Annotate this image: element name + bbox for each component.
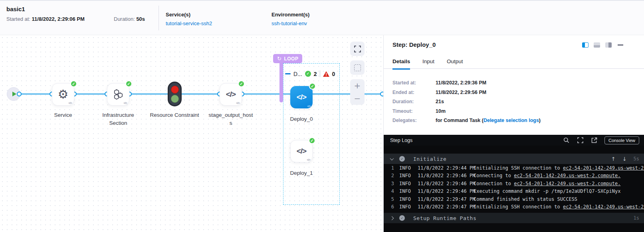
layout-right-view-button[interactable] bbox=[605, 42, 612, 48]
log-line: 1 INFO 11/8/2022 2:29:44 PM Initializing… bbox=[384, 164, 644, 172]
node-label-infrastructure: Infrastructure Section bbox=[93, 111, 143, 128]
detail-row-ended: Ended at: 11/8/2022, 2:29:56 PM bbox=[392, 90, 632, 99]
detail-row-duration: Duration: 21s bbox=[392, 99, 632, 108]
log-message: Initializing SSH connection to ec2-54-20… bbox=[474, 204, 644, 210]
header-divider bbox=[159, 6, 159, 30]
log-text: Executing command mkdir -p /tmp/Ie2aUDfl… bbox=[474, 188, 620, 194]
fit-to-screen-button[interactable] bbox=[350, 42, 365, 56]
traffic-light-red-icon bbox=[171, 86, 179, 94]
scroll-to-top-icon[interactable]: ↑ bbox=[611, 156, 616, 162]
code-icon: </> bbox=[297, 93, 306, 102]
marquee-select-icon bbox=[354, 64, 361, 71]
console-view-button[interactable]: Console View bbox=[604, 136, 639, 144]
open-in-new-tab-icon[interactable] bbox=[591, 137, 597, 143]
log-gap bbox=[384, 146, 644, 154]
layout-bottom-view-button[interactable] bbox=[594, 42, 600, 48]
started-at: Started at: 11/8/2022, 2:29:06 PM bbox=[6, 16, 85, 22]
log-host-link[interactable]: ec2-54-201-142-249.us-west-2.compute. bbox=[563, 204, 644, 210]
loop-badge[interactable]: ↻ LOOP bbox=[273, 54, 302, 63]
log-host-link[interactable]: ec2-54-201-142-249.us-west-2.compute. bbox=[563, 165, 644, 171]
marquee-select-button[interactable] bbox=[350, 60, 365, 75]
log-timestamp: 11/8/2022 2:29:47 PM bbox=[418, 196, 474, 202]
minimize-panel-button[interactable] bbox=[618, 44, 623, 46]
pipeline-name: basic1 bbox=[6, 6, 25, 12]
infrastructure-icon bbox=[112, 88, 125, 100]
gear-icon: ⚙ bbox=[58, 88, 69, 100]
log-timestamp: 11/8/2022 2:29:46 PM bbox=[418, 188, 474, 194]
loop-group-name: D... bbox=[293, 71, 302, 77]
detail-value: 21s bbox=[436, 99, 444, 108]
fullscreen-icon[interactable] bbox=[577, 137, 583, 143]
log-message: Initializing SSH connection to ec2-54-20… bbox=[474, 165, 644, 171]
zoom-out-button[interactable]: − bbox=[354, 94, 361, 102]
node-stage-output-hosts[interactable]: </> </> ✓ bbox=[220, 83, 242, 106]
log-line-number: 2 bbox=[386, 173, 394, 178]
success-badge-icon: ✓ bbox=[309, 137, 315, 144]
log-section-setup-runtime-paths[interactable]: ✓ Setup Runtime Paths 1s bbox=[384, 213, 644, 223]
environment-link[interactable]: ssh-tutorial-env bbox=[271, 20, 309, 26]
collapse-group-button[interactable] bbox=[285, 73, 291, 74]
log-line: 4 INFO 11/8/2022 2:29:46 PM Executing co… bbox=[384, 188, 644, 196]
delegate-selection-logs-link[interactable]: Delegate selection logs bbox=[483, 118, 539, 123]
log-line-number: 4 bbox=[386, 188, 394, 194]
scroll-to-bottom-icon[interactable]: ↓ bbox=[622, 156, 627, 162]
duration-value: 50s bbox=[136, 16, 145, 22]
node-label-deploy-0: Deploy_0 bbox=[277, 115, 326, 123]
log-host-link[interactable]: ec2-54-201-142-249.us-west-2.compute. bbox=[514, 173, 620, 178]
success-count: 2 bbox=[314, 71, 317, 77]
environments-label: Environment(s) bbox=[271, 12, 309, 18]
log-line-number: 3 bbox=[386, 181, 394, 186]
services-label: Service(s) bbox=[166, 12, 212, 18]
layout-split-view-button[interactable] bbox=[582, 42, 589, 48]
node-deploy-0[interactable]: </> </> ✓ bbox=[290, 86, 313, 108]
log-message: Connecting to ec2-54-201-142-249.us-west… bbox=[474, 173, 644, 178]
log-host-link[interactable]: ec2-54-201-142-249.us-west-2.compute. bbox=[514, 181, 620, 186]
started-at-value: 11/8/2022, 2:29:06 PM bbox=[32, 16, 85, 22]
section-success-icon: ✓ bbox=[399, 215, 405, 221]
step-panel-title: Step: Deploy_0 bbox=[392, 41, 436, 48]
warning-triangle-icon bbox=[323, 71, 329, 77]
detail-value: 11/8/2022, 2:29:56 PM bbox=[436, 90, 486, 99]
log-line: 3 INFO 11/8/2022 2:29:46 PM Connection t… bbox=[384, 180, 644, 188]
zoom-in-button[interactable]: + bbox=[354, 82, 361, 90]
environments-block: Environment(s) ssh-tutorial-env bbox=[271, 12, 309, 26]
log-timestamp: 11/8/2022 2:29:47 PM bbox=[418, 204, 474, 210]
connector-port bbox=[17, 92, 22, 96]
chevron-right-icon bbox=[390, 216, 394, 220]
tab-output[interactable]: Output bbox=[447, 58, 463, 68]
log-text: Connecting to bbox=[474, 173, 514, 178]
step-details-panel: Step: Deploy_0 Details Input Output Star… bbox=[383, 35, 644, 232]
count-divider bbox=[320, 70, 320, 77]
node-resource-constraint[interactable] bbox=[168, 82, 182, 106]
log-section-initialize[interactable]: ✓ Initialize ↑ ↓ 5s bbox=[384, 154, 644, 164]
delegates-text: for Command Task ( bbox=[436, 118, 483, 123]
code-corner-icon: </> bbox=[123, 102, 127, 104]
node-label-stage-output-hosts: stage_output_hosts bbox=[208, 111, 254, 128]
node-deploy-1[interactable]: </> </> ✓ bbox=[290, 140, 313, 162]
duration-label: Duration: bbox=[114, 16, 136, 22]
section-name: Setup Runtime Paths bbox=[413, 215, 476, 221]
node-infrastructure[interactable]: </> ✓ bbox=[107, 83, 129, 106]
node-service[interactable]: ⚙ </> ✓ bbox=[52, 83, 74, 106]
section-name: Initialize bbox=[413, 156, 446, 162]
tab-details[interactable]: Details bbox=[392, 58, 410, 70]
log-line-number: 5 bbox=[386, 196, 394, 202]
zoom-controls: + − bbox=[350, 79, 365, 105]
success-badge-icon: ✓ bbox=[238, 80, 245, 87]
step-logs-header: Step Logs Console View bbox=[384, 135, 644, 146]
code-icon: </> bbox=[226, 90, 236, 99]
log-line-number: 1 bbox=[386, 165, 394, 171]
service-link[interactable]: tutorial-service-ssh2 bbox=[166, 20, 212, 26]
search-icon[interactable] bbox=[563, 137, 569, 143]
log-level: INFO bbox=[399, 165, 418, 171]
step-logs-title: Step Logs bbox=[390, 138, 412, 143]
loop-group-header: D... ✓ 2 0 bbox=[285, 70, 335, 77]
pipeline-canvas[interactable]: ↻ LOOP D... ✓ 2 0 ⚙ </> ✓ Service </> ✓ bbox=[0, 35, 383, 232]
log-level: INFO bbox=[399, 173, 418, 178]
connector-port bbox=[380, 92, 383, 96]
loop-badge-label: LOOP bbox=[284, 56, 298, 62]
log-text: Connection to bbox=[474, 181, 514, 186]
traffic-light-green-icon bbox=[171, 95, 179, 103]
log-message: Executing command mkdir -p /tmp/Ie2aUDfl… bbox=[474, 188, 644, 194]
tab-input[interactable]: Input bbox=[422, 58, 434, 68]
